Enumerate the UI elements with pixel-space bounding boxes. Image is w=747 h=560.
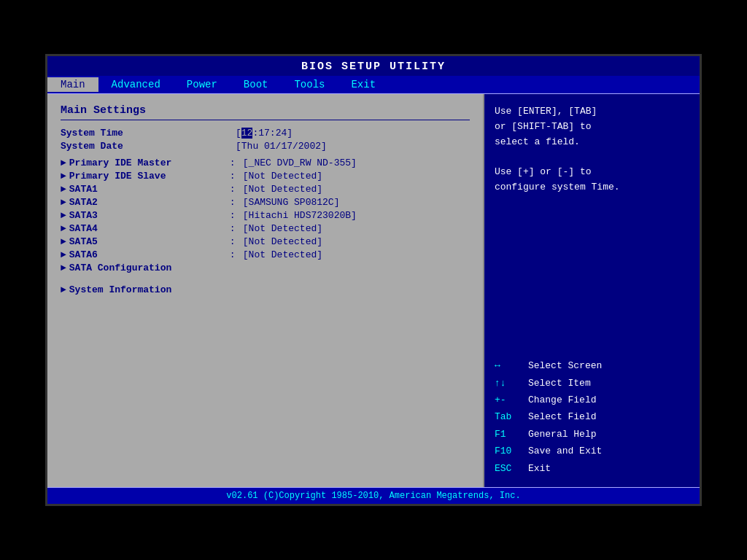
- system-date-row: System Date [Thu 01/17/2002]: [61, 141, 470, 152]
- main-panel: Main Settings System Time [12:17:24] Sys…: [47, 94, 484, 487]
- colon: :: [230, 249, 243, 260]
- arrow-icon: ►: [61, 262, 66, 273]
- primary-ide-master-label: Primary IDE Master: [69, 158, 230, 168]
- colon: :: [230, 197, 243, 208]
- footer-text: v02.61 (C)Copyright 1985-2010, American …: [226, 491, 520, 501]
- sata-config-row[interactable]: ► SATA Configuration: [61, 262, 470, 273]
- arrow-icon: ►: [61, 284, 66, 295]
- key-sym-f1: F1: [495, 426, 522, 443]
- arrow-icon: ►: [61, 171, 66, 182]
- colon: :: [230, 210, 243, 221]
- key-sym-ud: ↑↓: [495, 375, 522, 392]
- bios-title: BIOS SETUP UTILITY: [47, 56, 700, 76]
- sata6-value: [Not Detected]: [243, 249, 322, 260]
- sata4-row[interactable]: ► SATA4 : [Not Detected]: [61, 223, 470, 234]
- arrow-icon: ►: [61, 236, 66, 247]
- sata2-value: [SAMSUNG SP0812C]: [243, 197, 340, 208]
- arrow-icon: ►: [61, 223, 66, 234]
- menu-item-boot[interactable]: Boot: [231, 77, 282, 92]
- primary-ide-slave-label: Primary IDE Slave: [69, 171, 230, 182]
- menu-bar: MainAdvancedPowerBootToolsExit: [47, 76, 700, 94]
- sata1-label: SATA1: [69, 184, 230, 195]
- time-cursor: 12: [241, 128, 253, 139]
- system-date-label: System Date: [61, 141, 236, 152]
- arrow-icon: ►: [61, 158, 66, 168]
- key-desc-esc: Exit: [528, 460, 551, 477]
- key-desc-tab: Select Field: [528, 408, 597, 425]
- key-row-field: +- Change Field: [495, 392, 689, 408]
- key-sym-tab: Tab: [495, 408, 522, 425]
- menu-item-main[interactable]: Main: [47, 77, 98, 92]
- colon: :: [230, 236, 243, 247]
- key-sym-esc: ESC: [495, 460, 522, 477]
- sata4-label: SATA4: [69, 223, 230, 234]
- key-desc-screen: Select Screen: [528, 357, 602, 374]
- system-info-row[interactable]: ► System Information: [61, 284, 470, 295]
- sata5-row[interactable]: ► SATA5 : [Not Detected]: [61, 236, 470, 247]
- key-help: ↔ Select Screen ↑↓ Select Item +- Change…: [495, 357, 689, 477]
- menu-item-exit[interactable]: Exit: [338, 77, 389, 92]
- section-divider: [61, 120, 470, 120]
- key-row-esc: ESC Exit: [495, 460, 689, 477]
- bios-screen: BIOS SETUP UTILITY MainAdvancedPowerBoot…: [45, 54, 702, 506]
- key-sym-lr: ↔: [495, 357, 522, 374]
- key-row-item: ↑↓ Select Item: [495, 375, 689, 392]
- sata3-row[interactable]: ► SATA3 : [Hitachi HDS723020B]: [61, 210, 470, 221]
- sata6-label: SATA6: [69, 249, 230, 260]
- arrow-icon: ►: [61, 184, 66, 195]
- colon: :: [230, 171, 243, 182]
- colon: :: [230, 158, 243, 168]
- arrow-icon: ►: [61, 249, 66, 260]
- arrow-icon: ►: [61, 197, 66, 208]
- content-area: Main Settings System Time [12:17:24] Sys…: [47, 94, 700, 487]
- key-row-f1: F1 General Help: [495, 426, 689, 443]
- sata3-label: SATA3: [69, 210, 230, 221]
- sata5-value: [Not Detected]: [243, 236, 322, 247]
- menu-item-power[interactable]: Power: [174, 77, 231, 92]
- key-desc-field: Change Field: [528, 392, 597, 408]
- colon: :: [230, 184, 243, 195]
- sata6-row[interactable]: ► SATA6 : [Not Detected]: [61, 249, 470, 260]
- key-desc-item: Select Item: [528, 375, 591, 392]
- primary-ide-master-row[interactable]: ► Primary IDE Master : [_NEC DVD_RW ND-3…: [61, 158, 470, 168]
- title-text: BIOS SETUP UTILITY: [301, 61, 446, 73]
- menu-item-tools[interactable]: Tools: [281, 77, 338, 92]
- primary-ide-slave-row[interactable]: ► Primary IDE Slave : [Not Detected]: [61, 171, 470, 182]
- system-date-value: [Thu 01/17/2002]: [236, 141, 327, 152]
- key-row-tab: Tab Select Field: [495, 408, 689, 425]
- key-sym-f10: F10: [495, 443, 522, 459]
- key-row-screen: ↔ Select Screen: [495, 357, 689, 374]
- system-time-value: [12:17:24]: [236, 128, 293, 139]
- system-time-label: System Time: [61, 128, 236, 139]
- sata5-label: SATA5: [69, 236, 230, 247]
- sata1-value: [Not Detected]: [243, 184, 322, 195]
- help-text-top: Use [ENTER], [TAB] or [SHIFT-TAB] to sel…: [495, 104, 689, 195]
- sata2-row[interactable]: ► SATA2 : [SAMSUNG SP0812C]: [61, 197, 470, 208]
- menu-item-advanced[interactable]: Advanced: [98, 77, 174, 92]
- system-time-row: System Time [12:17:24]: [61, 128, 470, 139]
- sata3-value: [Hitachi HDS723020B]: [243, 210, 357, 221]
- system-info-label: System Information: [69, 284, 230, 295]
- key-row-f10: F10 Save and Exit: [495, 443, 689, 459]
- key-sym-pm: +-: [495, 392, 522, 408]
- footer: v02.61 (C)Copyright 1985-2010, American …: [47, 487, 700, 504]
- sata-config-label: SATA Configuration: [69, 262, 230, 273]
- primary-ide-slave-value: [Not Detected]: [243, 171, 322, 182]
- help-panel: Use [ENTER], [TAB] or [SHIFT-TAB] to sel…: [484, 94, 700, 487]
- primary-ide-master-value: [_NEC DVD_RW ND-355]: [243, 158, 357, 168]
- section-title: Main Settings: [61, 104, 470, 117]
- sata1-row[interactable]: ► SATA1 : [Not Detected]: [61, 184, 470, 195]
- colon: :: [230, 223, 243, 234]
- sata2-label: SATA2: [69, 197, 230, 208]
- arrow-icon: ►: [61, 210, 66, 221]
- sata4-value: [Not Detected]: [243, 223, 322, 234]
- key-desc-f1: General Help: [528, 426, 597, 443]
- key-desc-f10: Save and Exit: [528, 443, 602, 459]
